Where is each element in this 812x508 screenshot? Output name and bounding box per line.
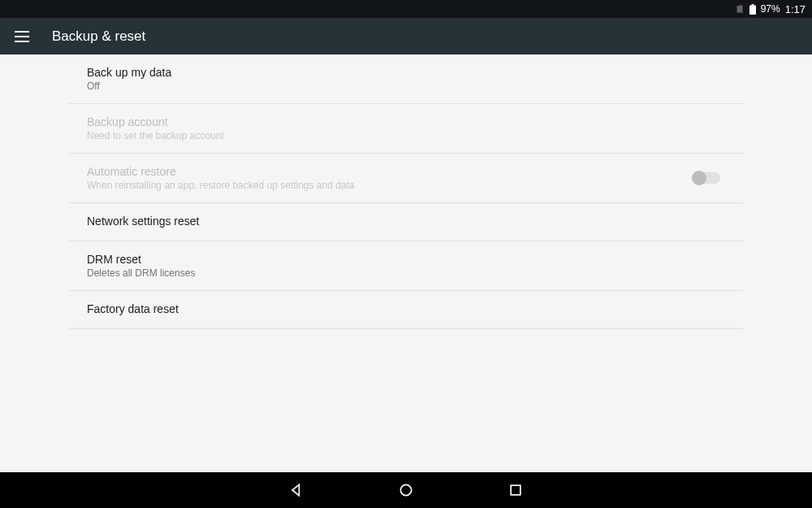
hamburger-menu-icon[interactable] — [15, 28, 31, 45]
app-bar: Backup & reset — [0, 18, 812, 54]
clock: 1:17 — [785, 3, 806, 15]
setting-title: Back up my data — [87, 66, 725, 79]
setting-subtitle: Deletes all DRM licenses — [87, 267, 725, 279]
setting-subtitle: Need to set the backup account — [87, 130, 725, 141]
back-button[interactable] — [288, 482, 304, 498]
setting-title: Backup account — [87, 115, 725, 128]
setting-title: Factory data reset — [87, 302, 725, 315]
setting-backup-account: Backup account Need to set the backup ac… — [69, 104, 743, 154]
setting-title: DRM reset — [87, 253, 725, 266]
setting-automatic-restore: Automatic restore When reinstalling an a… — [69, 154, 743, 203]
no-sim-icon — [735, 4, 745, 14]
svg-rect-1 — [749, 5, 756, 15]
page-title: Backup & reset — [52, 28, 145, 45]
setting-title: Network settings reset — [87, 215, 725, 228]
battery-percentage: 97% — [761, 3, 780, 15]
setting-subtitle: When reinstalling an app, restore backed… — [87, 180, 693, 191]
svg-rect-0 — [751, 4, 754, 6]
navigation-bar — [0, 472, 812, 508]
battery-icon — [749, 4, 756, 15]
home-button[interactable] — [398, 482, 414, 498]
svg-rect-3 — [511, 485, 520, 495]
setting-factory-reset[interactable]: Factory data reset — [69, 291, 743, 329]
setting-backup-my-data[interactable]: Back up my data Off — [69, 54, 743, 104]
setting-network-reset[interactable]: Network settings reset — [69, 203, 743, 241]
toggle-switch — [693, 172, 720, 184]
setting-title: Automatic restore — [87, 165, 693, 178]
settings-list: Back up my data Off Backup account Need … — [0, 54, 812, 329]
setting-drm-reset[interactable]: DRM reset Deletes all DRM licenses — [69, 241, 743, 291]
status-bar: 97% 1:17 — [0, 0, 812, 18]
setting-subtitle: Off — [87, 80, 725, 92]
svg-point-2 — [400, 484, 411, 495]
recent-apps-button[interactable] — [508, 482, 524, 498]
